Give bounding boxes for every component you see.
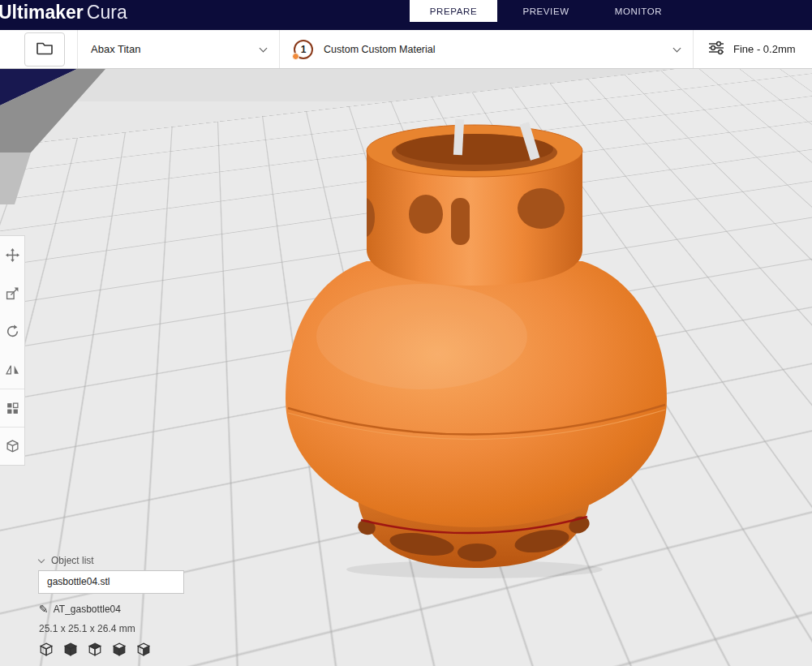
mirror-tool-button[interactable]: [0, 350, 24, 389]
material-name: Custom Custom Material: [324, 44, 436, 55]
cube-solid-icon[interactable]: [63, 642, 78, 657]
extruder-number: 1: [301, 44, 307, 55]
support-blocker-button[interactable]: [0, 427, 24, 465]
folder-icon: [36, 41, 54, 58]
printer-selector[interactable]: Abax Titan: [77, 30, 280, 68]
profile-name: Fine - 0.2mm: [733, 43, 796, 55]
model-icon-row: [39, 642, 151, 657]
model-dimensions: 25.1 x 25.1 x 26.4 mm: [39, 623, 135, 634]
material-color-dot: [292, 53, 299, 60]
chevron-down-icon: [260, 44, 268, 52]
stage-tabs: PREPARE PREVIEW MONITOR: [410, 0, 682, 22]
app-header: UltimakerCura PREPARE PREVIEW MONITOR: [0, 0, 812, 30]
brand-light: Cura: [87, 2, 127, 23]
per-model-settings-button[interactable]: [0, 389, 24, 427]
brand-bold: Ultimaker: [0, 2, 84, 23]
object-list-item[interactable]: gasbottle04.stl: [38, 570, 184, 594]
object-list-title: Object list: [51, 555, 94, 566]
per-model-settings-icon: [6, 402, 19, 415]
rotate-icon: [6, 324, 19, 338]
main-toolbar: Abax Titan 1 Custom Custom Material Fine…: [0, 30, 812, 69]
model-tool-panel: [0, 235, 25, 466]
tab-preview[interactable]: PREVIEW: [502, 0, 590, 22]
material-selector[interactable]: 1 Custom Custom Material: [281, 30, 694, 68]
tab-prepare[interactable]: PREPARE: [410, 0, 497, 22]
object-file-name: gasbottle04.stl: [47, 576, 110, 587]
open-file-button[interactable]: [24, 32, 65, 67]
cura-app-window: { "header": { "brand": { "bold": "Ultima…: [0, 0, 812, 666]
print-settings-button[interactable]: Fine - 0.2mm: [694, 30, 812, 68]
app-logo: UltimakerCura: [0, 2, 127, 24]
cube-outline-icon[interactable]: [39, 642, 54, 657]
tab-monitor[interactable]: MONITOR: [595, 0, 682, 22]
cube-right-face-icon[interactable]: [136, 642, 151, 657]
scale-icon: [6, 286, 19, 300]
pencil-icon: ✎: [39, 603, 49, 616]
object-list-toggle[interactable]: Object list: [39, 555, 94, 566]
model-caption: ✎ AT_gasbottle04: [39, 603, 121, 616]
cube-top-face-icon[interactable]: [88, 642, 102, 657]
extruder-badge: 1: [294, 40, 313, 59]
support-blocker-icon: [6, 440, 19, 453]
mirror-icon: [6, 363, 19, 376]
scale-tool-button[interactable]: [0, 274, 24, 312]
chevron-down-icon: [673, 44, 681, 52]
printer-name: Abax Titan: [91, 43, 140, 55]
move-tool-button[interactable]: [0, 236, 24, 274]
rotate-tool-button[interactable]: [0, 312, 24, 350]
model-name-label: AT_gasbottle04: [54, 604, 121, 615]
sliders-icon: [707, 41, 725, 58]
move-icon: [6, 248, 19, 262]
chevron-down-icon: [38, 556, 45, 563]
cube-side-faces-icon[interactable]: [112, 642, 127, 657]
